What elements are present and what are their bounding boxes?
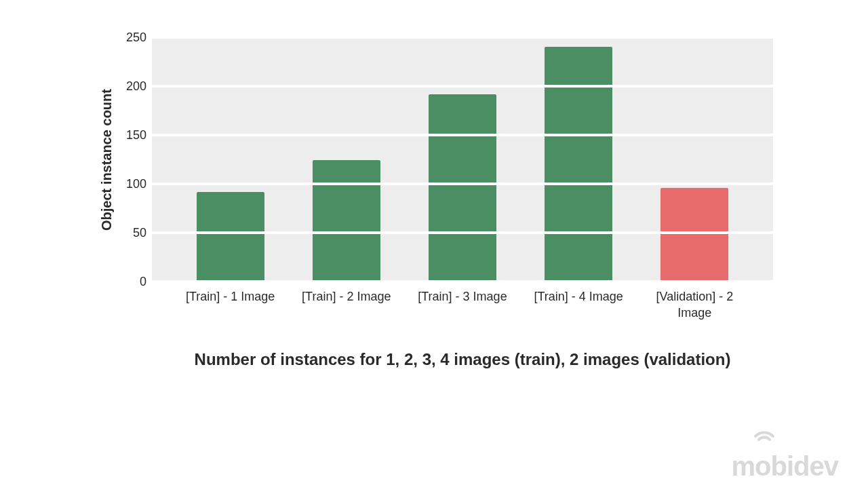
y-axis-label-wrap: Object instance count — [95, 37, 118, 282]
y-tick-label: 100 — [126, 177, 146, 191]
y-tick-label: 150 — [126, 128, 146, 142]
plot-area — [152, 37, 773, 282]
y-tick-label: 200 — [126, 79, 146, 94]
x-axis-ticks: [Train] - 1 Image[Train] - 2 Image[Train… — [152, 282, 773, 322]
chart-container: Object instance count 050100150200250 [T… — [95, 37, 773, 369]
wifi-icon — [753, 427, 776, 459]
y-tick-label: 0 — [140, 275, 146, 289]
bar — [197, 192, 264, 282]
brand-logo: mobidev — [732, 453, 838, 480]
y-tick-label: 50 — [133, 226, 146, 240]
grid-line — [152, 134, 773, 136]
bars-group — [152, 37, 773, 282]
y-axis-label: Object instance count — [99, 89, 115, 231]
bar — [429, 94, 496, 282]
bar — [313, 160, 380, 282]
grid-line — [152, 85, 773, 88]
brand-logo-text: mobidev — [732, 453, 838, 480]
plot-row: Object instance count 050100150200250 — [95, 37, 773, 282]
x-tick-label: [Train] - 3 Image — [415, 288, 510, 322]
bar — [545, 47, 612, 282]
bar — [660, 188, 728, 282]
grid-line — [152, 182, 773, 185]
y-tick-label: 250 — [126, 31, 146, 45]
chart-title: Number of instances for 1, 2, 3, 4 image… — [152, 350, 773, 369]
grid-line — [152, 280, 773, 283]
x-tick-label: [Train] - 4 Image — [531, 288, 626, 322]
grid-line — [152, 231, 773, 234]
grid-line — [152, 36, 773, 39]
y-axis-ticks: 050100150200250 — [118, 37, 152, 282]
x-tick-label: [Validation] - 2 Image — [647, 288, 742, 322]
x-tick-label: [Train] - 2 Image — [299, 288, 394, 322]
x-tick-label: [Train] - 1 Image — [183, 288, 278, 322]
